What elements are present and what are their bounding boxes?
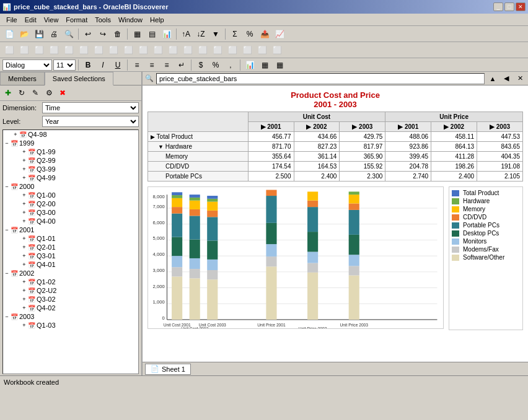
tree-q1-03[interactable]: + 📅 Q1-03 [3,321,138,330]
currency-button[interactable]: $ [194,59,208,71]
tree-area[interactable]: + 📅 Q4-98 − 📅 1999 + 📅 Q1-99 + 📅 Q2-99 + [2,129,139,374]
tree-delete-button[interactable]: ✖ [57,88,68,98]
new-button[interactable]: 📄 [2,28,16,40]
tb2-btn12[interactable]: ⬜ [166,44,180,56]
tb2-btn15[interactable]: ⬜ [211,44,224,56]
dimension-select[interactable]: Time [42,102,139,113]
tb2-btn7[interactable]: ⬜ [92,44,105,56]
tb2-btn16[interactable]: ⬜ [226,44,239,56]
menu-tools[interactable]: Tools [91,15,115,25]
expand-q3-00[interactable]: + [20,209,28,216]
expand-2000[interactable]: − [3,183,11,190]
tree-q1-01[interactable]: + 📅 Q1-01 [3,234,138,243]
maximize-button[interactable]: □ [504,2,514,11]
percent2-button[interactable]: % [209,59,222,71]
expand-q2u2[interactable]: + [20,287,28,294]
menu-file[interactable]: File [2,15,21,25]
expand-q2-00[interactable]: + [20,201,28,207]
tb2-btn5[interactable]: ⬜ [62,44,76,56]
tree-1999[interactable]: − 📅 1999 [3,139,138,147]
tb2-btn9[interactable]: ⬜ [121,44,135,56]
tree-q2u2[interactable]: + 📅 Q2-U2 [3,286,138,295]
sort-asc-button[interactable]: ↑A [179,28,193,40]
tree-2000[interactable]: − 📅 2000 [3,182,138,191]
address-input[interactable] [156,73,485,84]
tree-q3-99[interactable]: + 📅 Q3-99 [3,165,138,173]
expand-2002[interactable]: − [3,270,11,276]
tree-q4-02[interactable]: + 📅 Q4-02 [3,304,138,312]
tb2-btn14[interactable]: ⬜ [196,44,209,56]
open-button[interactable]: 📂 [17,28,31,40]
save-button[interactable]: 💾 [32,28,46,40]
wrap-button[interactable]: ↵ [175,59,188,71]
tree-2001[interactable]: − 📅 2001 [3,225,138,234]
tree-q4-01[interactable]: + 📅 Q4-01 [3,260,138,269]
sum-button[interactable]: Σ [228,28,242,40]
tree-q3-01[interactable]: + 📅 Q3-01 [3,252,138,260]
tb2-btn13[interactable]: ⬜ [181,44,195,56]
expand-q1-02[interactable]: + [20,279,28,285]
tb2-btn17[interactable]: ⬜ [240,44,254,56]
content-area[interactable]: Product Cost and Price 2001 - 2003 Unit … [143,85,528,362]
undo-button[interactable]: ↩ [81,28,95,40]
tb2-btn11[interactable]: ⬜ [151,44,165,56]
filter-button[interactable]: ▼ [209,28,222,40]
nav-button1[interactable]: ▲ [487,74,498,84]
expand-q4-02[interactable]: + [20,305,28,311]
level-select[interactable]: Year [42,116,139,127]
font-size-select[interactable]: 11 [53,59,76,71]
table2-button[interactable]: ▦ [258,59,271,71]
expand-q3-01[interactable]: + [20,253,28,259]
tree-q2-01[interactable]: + 📅 Q2-01 [3,243,138,252]
percent-button[interactable]: % [243,28,257,40]
expand-q2-99[interactable]: + [20,157,28,164]
tree-q1-02[interactable]: + 📅 Q1-02 [3,278,138,286]
expand-1999[interactable]: − [3,140,11,146]
expand-q4-99[interactable]: + [20,175,28,181]
tree-q3-02[interactable]: + 📅 Q3-02 [3,295,138,304]
close-button[interactable]: ✕ [516,2,526,11]
delete-button[interactable]: 🗑 [111,28,125,40]
nav-button2[interactable]: ◀ [501,74,512,84]
expand-q1-99[interactable]: + [20,149,28,155]
bold-button[interactable]: B [81,59,95,71]
tab-members[interactable]: Members [0,72,45,85]
italic-button[interactable]: I [96,59,110,71]
tree-q4-99[interactable]: + 📅 Q4-99 [3,173,138,182]
expand-q1-00[interactable]: + [20,192,28,198]
tree-q2-00[interactable]: + 📅 Q2-00 [3,199,138,208]
tree-q4-98[interactable]: + 📅 Q4-98 [3,130,138,139]
comma-button[interactable]: , [224,59,237,71]
align-center-button[interactable]: ≡ [145,59,159,71]
tb2-btn6[interactable]: ⬜ [77,44,90,56]
preview-button[interactable]: 🔍 [62,28,76,40]
menu-view[interactable]: View [40,15,63,25]
tree-q2-99[interactable]: + 📅 Q2-99 [3,156,138,165]
menu-format[interactable]: Format [62,15,91,25]
align-left-button[interactable]: ≡ [130,59,144,71]
tree-q3-00[interactable]: + 📅 Q3-00 [3,208,138,217]
expand-q4-98[interactable]: + [12,131,19,138]
chart-button[interactable]: 📊 [160,28,174,40]
minimize-button[interactable]: _ [493,2,503,11]
tree-edit-button[interactable]: ✎ [30,88,41,98]
menu-help[interactable]: Help [146,15,168,25]
nav-button3[interactable]: ✕ [514,74,526,84]
chart2-button[interactable]: 📊 [243,59,257,71]
tree-q1-00[interactable]: + 📅 Q1-00 [3,191,138,199]
tab-saved-selections[interactable]: Saved Selections [45,72,113,85]
tree-q4-00[interactable]: + 📅 Q4-00 [3,217,138,225]
tb2-btn8[interactable]: ⬜ [107,44,120,56]
tree-q1-99[interactable]: + 📅 Q1-99 [3,147,138,156]
font-name-select[interactable]: Dialog [2,59,52,71]
crosstab-button[interactable]: ▤ [145,28,159,40]
tree-refresh-button[interactable]: ↻ [16,88,27,98]
tree-2003[interactable]: − 📅 2003 [3,312,138,321]
expand-q4-01[interactable]: + [20,261,28,268]
expand-q3-02[interactable]: + [20,296,28,302]
tb2-btn1[interactable]: ⬜ [2,44,16,56]
tb2-btn3[interactable]: ⬜ [32,44,46,56]
table-button[interactable]: ▦ [130,28,144,40]
tb2-btn19[interactable]: ⬜ [270,44,284,56]
expand-2003[interactable]: − [3,313,11,320]
